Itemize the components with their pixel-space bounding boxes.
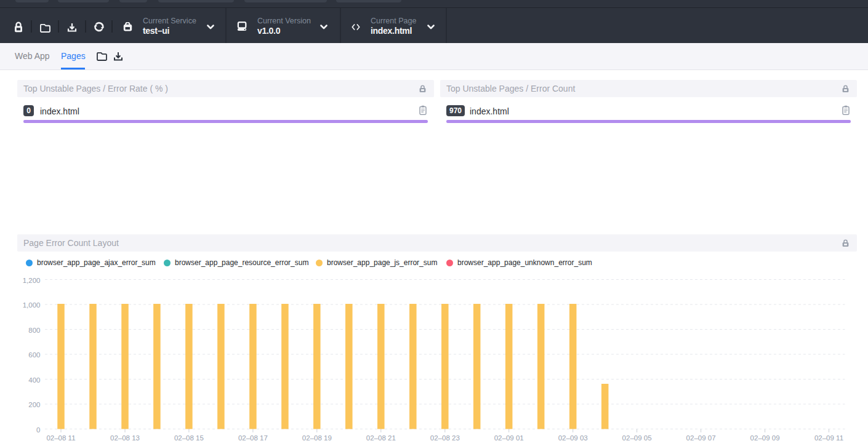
- svg-text:02–09 03: 02–09 03: [558, 434, 588, 441]
- svg-text:1,000: 1,000: [23, 301, 41, 309]
- svg-text:1,200: 1,200: [23, 277, 41, 284]
- svg-text:200: 200: [28, 401, 40, 408]
- svg-text:02–08 15: 02–08 15: [174, 434, 204, 441]
- svg-text:02–09 01: 02–09 01: [494, 434, 524, 441]
- svg-text:02–08 17: 02–08 17: [238, 434, 268, 441]
- svg-text:02–08 21: 02–08 21: [366, 434, 396, 441]
- svg-text:02–08 13: 02–08 13: [110, 434, 140, 441]
- svg-text:02–09 05: 02–09 05: [622, 434, 652, 441]
- svg-text:0: 0: [36, 426, 40, 434]
- svg-text:600: 600: [28, 351, 40, 359]
- svg-text:800: 800: [28, 327, 40, 334]
- svg-text:02–09 07: 02–09 07: [686, 434, 716, 441]
- svg-text:02–09 11: 02–09 11: [814, 434, 843, 441]
- svg-text:02–08 11: 02–08 11: [46, 434, 75, 441]
- svg-text:400: 400: [28, 376, 40, 384]
- svg-text:02–08 19: 02–08 19: [302, 434, 332, 441]
- svg-text:02–09 09: 02–09 09: [750, 434, 780, 441]
- svg-text:02–08 23: 02–08 23: [430, 434, 460, 441]
